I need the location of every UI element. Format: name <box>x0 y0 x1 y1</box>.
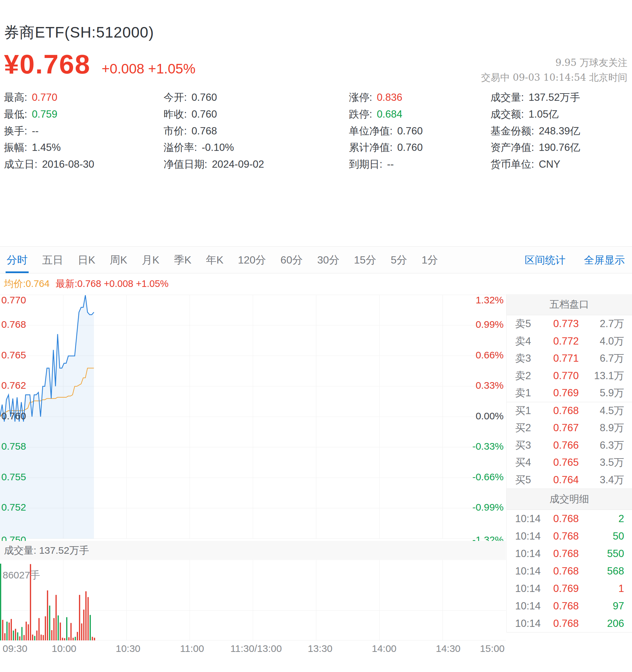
tab-60分[interactable]: 60分 <box>280 247 303 274</box>
svg-text:0.770: 0.770 <box>1 294 26 305</box>
intraday-price-chart[interactable]: 0.7700.7680.7650.7620.7600.7580.7550.752… <box>0 291 506 542</box>
tab-30分[interactable]: 30分 <box>317 247 340 274</box>
trade-price: 0.768 <box>543 618 589 629</box>
stat-value: 0.760 <box>397 125 423 137</box>
level-label: 买2 <box>507 421 543 435</box>
level-volume: 2.7万 <box>589 317 632 331</box>
stat-item: 最低:0.759 <box>4 106 94 123</box>
tab-15分[interactable]: 15分 <box>354 247 376 274</box>
svg-text:-0.99%: -0.99% <box>472 502 504 512</box>
followers-count: 9.95 万球友关注 <box>481 55 627 70</box>
svg-text:0.755: 0.755 <box>1 472 26 482</box>
level-volume: 5.9万 <box>589 386 632 400</box>
tab-周K[interactable]: 周K <box>110 247 127 274</box>
svg-text:0.768: 0.768 <box>1 319 26 330</box>
tab-分时[interactable]: 分时 <box>6 247 28 274</box>
ask-row: 卖30.7716.7万 <box>507 350 632 367</box>
trade-row: 10:140.7691 <box>507 580 632 597</box>
stat-value: -0.10% <box>202 142 234 153</box>
chart-tools: 区间统计全屏显示 <box>525 247 625 274</box>
stat-label: 振幅: <box>4 141 27 154</box>
stat-label: 累计净值: <box>349 141 393 154</box>
level-label: 买5 <box>507 473 543 487</box>
stat-item: 最高:0.770 <box>4 89 94 106</box>
tab-120分[interactable]: 120分 <box>238 247 266 274</box>
svg-text:0.66%: 0.66% <box>476 350 504 360</box>
trade-price: 0.768 <box>543 548 589 560</box>
trade-row: 10:140.768568 <box>507 562 632 580</box>
trade-row: 10:140.76850 <box>507 527 632 545</box>
level-price: 0.764 <box>543 474 589 486</box>
trade-volume: 50 <box>589 530 632 542</box>
stats-grid: 最高:0.770最低:0.759换手:--振幅:1.45%成立日:2016-08… <box>0 89 632 174</box>
trade-time: 10:14 <box>507 583 543 595</box>
level-price: 0.767 <box>543 422 589 434</box>
bid-row: 买30.7666.3万 <box>507 437 632 454</box>
stat-value: 0.836 <box>377 92 403 103</box>
trade-time: 10:14 <box>507 548 543 560</box>
x-axis-label: 13:30 <box>308 643 332 654</box>
stat-label: 跌停: <box>349 107 372 121</box>
level-volume: 3.4万 <box>589 473 632 487</box>
avg-latest-ticker: 均价:0.764 最新:0.768 +0.008 +1.05% <box>4 278 169 291</box>
stat-column-2: 涨停:0.836跌停:0.684单位净值:0.760累计净值:0.760到期日:… <box>349 89 423 173</box>
trade-volume: 550 <box>589 548 632 560</box>
trade-row: 10:140.7682 <box>507 510 632 527</box>
stat-column-3: 成交量:137.52万手成交额:1.05亿基金份额:248.39亿资产净值:19… <box>490 89 580 173</box>
bid-row: 买20.7678.9万 <box>507 419 632 437</box>
volume-title: 成交量: 137.52万手 <box>4 541 89 560</box>
price-change: +0.008 +1.05% <box>102 61 196 77</box>
stat-value: 0.759 <box>32 109 58 120</box>
level-label: 卖4 <box>507 334 543 348</box>
stat-label: 市价: <box>163 124 187 138</box>
trade-time: 10:14 <box>507 565 543 577</box>
level-volume: 3.5万 <box>589 456 632 470</box>
trade-time: 10:14 <box>507 618 543 629</box>
tab-年K[interactable]: 年K <box>206 247 223 274</box>
trade-price: 0.768 <box>543 565 589 577</box>
stat-label: 溢价率: <box>163 141 197 154</box>
tab-5分[interactable]: 5分 <box>391 247 407 274</box>
stat-label: 到期日: <box>349 158 382 171</box>
tab-1分[interactable]: 1分 <box>422 247 438 274</box>
svg-text:0.99%: 0.99% <box>476 319 504 330</box>
stat-label: 涨停: <box>349 91 372 104</box>
stat-label: 成立日: <box>4 158 37 171</box>
trade-row: 10:140.76897 <box>507 597 632 615</box>
latest-price-text: 最新:0.768 +0.008 +1.05% <box>56 278 169 289</box>
stat-value: 1.05亿 <box>529 107 559 121</box>
tab-季K[interactable]: 季K <box>174 247 191 274</box>
trade-row: 10:140.768206 <box>507 615 632 632</box>
level-volume: 6.7万 <box>589 352 632 365</box>
link-区间统计[interactable]: 区间统计 <box>525 253 565 267</box>
svg-text:0.762: 0.762 <box>1 380 26 391</box>
intraday-volume-chart[interactable] <box>0 560 506 641</box>
ask-row: 卖40.7724.0万 <box>507 333 632 350</box>
trade-volume: 2 <box>589 513 632 525</box>
tab-月K[interactable]: 月K <box>142 247 159 274</box>
tab-日K[interactable]: 日K <box>78 247 95 274</box>
x-axis-label: 11:30/13:00 <box>230 643 282 654</box>
stat-item: 振幅:1.45% <box>4 139 94 156</box>
link-全屏显示[interactable]: 全屏显示 <box>584 253 625 267</box>
svg-text:0.33%: 0.33% <box>476 380 504 391</box>
panel-bottom-border <box>507 632 632 632</box>
level-label: 卖5 <box>507 317 543 331</box>
stat-column-1: 今开:0.760昨收:0.760市价:0.768溢价率:-0.10%净值日期:2… <box>163 89 264 173</box>
x-axis-label: 14:30 <box>436 643 460 654</box>
trade-volume: 568 <box>589 565 632 577</box>
time-axis: 09:3010:0010:3011:0011:30/13:0013:3014:0… <box>0 643 506 657</box>
trade-detail-list: 10:140.768210:140.7685010:140.76855010:1… <box>507 510 632 632</box>
volume-max-label: 86027手 <box>3 569 40 582</box>
follow-status-box: 9.95 万球友关注 交易中 09-03 10:14:54 北京时间 <box>481 55 627 85</box>
stat-value: 0.760 <box>192 92 217 103</box>
stat-item: 涨停:0.836 <box>349 89 423 106</box>
trade-price: 0.769 <box>543 583 589 595</box>
tab-五日[interactable]: 五日 <box>42 247 63 274</box>
trade-time: 10:14 <box>507 600 543 612</box>
level-volume: 8.9万 <box>589 421 632 435</box>
stat-label: 基金份额: <box>490 124 534 138</box>
stat-item: 成立日:2016-08-30 <box>4 156 94 173</box>
ask-levels: 卖50.7732.7万卖40.7724.0万卖30.7716.7万卖20.770… <box>507 315 632 402</box>
stat-value: 0.760 <box>397 142 423 153</box>
